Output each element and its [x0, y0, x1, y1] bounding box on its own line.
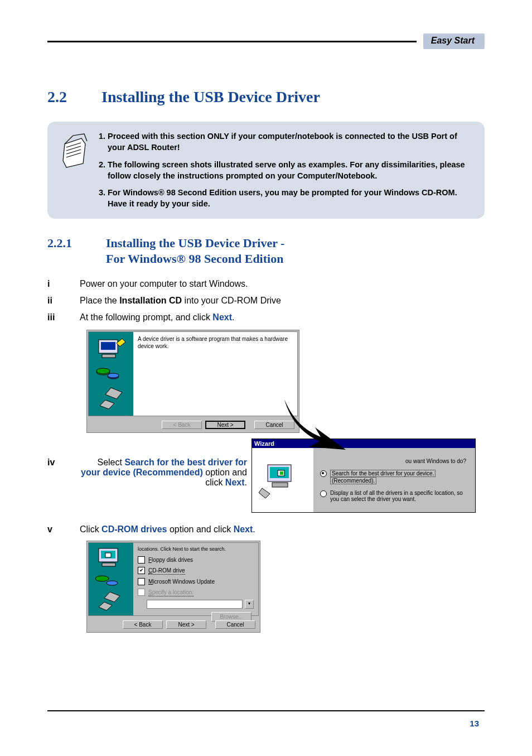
- subsection-title: 2.2.1 Installing the USB Device Driver -…: [47, 235, 485, 267]
- text: into your CD-ROM Drive: [182, 296, 281, 305]
- option-label: Search for the best driver for your devi…: [330, 470, 436, 477]
- wizard2-option-list[interactable]: Display a list of all the drivers in a s…: [320, 490, 468, 502]
- svg-rect-2: [101, 342, 115, 350]
- wizard2-option-recommended[interactable]: Search for the best driver for your devi…: [320, 470, 468, 484]
- callout-notes: Proceed with this section ONLY if your c…: [47, 122, 485, 219]
- svg-point-18: [107, 581, 118, 585]
- subsection-number: 2.2.1: [47, 235, 106, 267]
- cancel-button[interactable]: Cancel: [215, 620, 255, 629]
- bold-text: Installation CD: [119, 296, 182, 305]
- step-i: i Power on your computer to start Window…: [47, 277, 485, 291]
- highlight: Next: [212, 312, 232, 322]
- notes-icon: [53, 131, 93, 210]
- option-label: Display a list of all the drivers in a s…: [330, 490, 468, 502]
- checkbox-specify[interactable]: Specify a location:: [138, 589, 254, 596]
- header-chip: Easy Start: [423, 33, 485, 49]
- svg-rect-3: [102, 354, 115, 358]
- step-body: Power on your computer to start Windows.: [80, 277, 485, 291]
- step-body: Place the Installation CD into your CD-R…: [80, 294, 485, 307]
- checkbox-icon: [138, 589, 145, 596]
- checkbox-floppy[interactable]: Floppy disk drives: [138, 556, 254, 564]
- header-rule: Easy Start: [47, 33, 485, 49]
- option-label: (Recommended).: [330, 477, 376, 484]
- svg-point-17: [95, 576, 109, 581]
- wizard3-main: locations. Click Next to start the searc…: [133, 543, 258, 615]
- steps-list: i Power on your computer to start Window…: [47, 277, 485, 324]
- svg-point-7: [108, 373, 119, 378]
- svg-rect-11: [272, 483, 288, 487]
- text: Select: [97, 458, 124, 467]
- radio-icon: [320, 470, 327, 477]
- checkbox-icon: ✔: [138, 567, 145, 574]
- wizard-screenshot-area: A device driver is a software program th…: [86, 330, 485, 433]
- step-marker: i: [47, 277, 80, 291]
- step-marker: iii: [47, 311, 80, 324]
- text: .: [253, 524, 255, 534]
- next-button[interactable]: Next >: [166, 620, 206, 629]
- text: .: [232, 312, 234, 322]
- subsection-title-line1: Installing the USB Device Driver -: [106, 236, 284, 250]
- section-title: 2.2 Installing the USB Device Driver: [47, 88, 485, 106]
- text: Click: [80, 524, 101, 534]
- section-title-text: Installing the USB Device Driver: [101, 88, 320, 105]
- dropdown-icon[interactable]: ▾: [245, 600, 254, 609]
- arrow-icon: [282, 397, 349, 452]
- subsection-title-line2: For Windows® 98 Second Edition: [106, 252, 283, 266]
- text: option and click: [167, 524, 233, 534]
- checkbox-cdrom[interactable]: ✔ CD-ROM drive: [138, 567, 254, 575]
- svg-point-5: [96, 368, 110, 374]
- callout-item: For Windows® 98 Second Edition users, yo…: [108, 187, 473, 210]
- text: .: [245, 478, 247, 487]
- wizard2-prompt: ou want Windows to do?: [320, 458, 468, 464]
- callout-item: The following screen shots illustrated s…: [108, 159, 473, 182]
- checkbox-msupdate[interactable]: Microsoft Windows Update: [138, 578, 254, 585]
- callout-item: Proceed with this section ONLY if your c…: [108, 131, 473, 153]
- step-ii: ii Place the Installation CD into your C…: [47, 294, 485, 307]
- wizard3-top-text: locations. Click Next to start the searc…: [138, 546, 254, 553]
- step-body: Click CD-ROM drives option and click Nex…: [80, 523, 485, 536]
- text: Place the: [80, 296, 119, 305]
- wizard2-side-art: [252, 448, 313, 512]
- svg-rect-16: [102, 563, 115, 566]
- wizard1: A device driver is a software program th…: [86, 330, 299, 433]
- rule-line: [47, 41, 417, 42]
- checkbox-icon: [138, 578, 145, 585]
- callout-list: Proceed with this section ONLY if your c…: [93, 131, 473, 210]
- steps-list-2: v Click CD-ROM drives option and click N…: [47, 523, 485, 536]
- back-button[interactable]: < Back: [162, 421, 202, 429]
- highlight: Next: [234, 524, 253, 534]
- wizard1-text: A device driver is a software program th…: [133, 332, 297, 416]
- page-number: 13: [470, 719, 479, 728]
- step-marker: v: [47, 523, 80, 536]
- highlight: Next: [225, 478, 245, 487]
- step-iii: iii At the following prompt, and click N…: [47, 311, 485, 324]
- svg-rect-15: [105, 553, 111, 557]
- wizard2-main: ou want Windows to do? Search for the be…: [313, 448, 475, 512]
- location-input[interactable]: [147, 600, 243, 609]
- step-iv-body: Select Search for the best driver for yo…: [80, 439, 247, 488]
- step-marker: iv: [47, 439, 80, 468]
- step-marker: ii: [47, 294, 80, 307]
- wizard1-buttons: < Back Next > Cancel: [87, 417, 299, 432]
- highlight: CD-ROM drives: [101, 524, 167, 534]
- step-v: v Click CD-ROM drives option and click N…: [47, 523, 485, 536]
- step-body: At the following prompt, and click Next.: [80, 311, 485, 324]
- radio-icon: [320, 490, 327, 497]
- back-button[interactable]: < Back: [123, 620, 163, 629]
- section-number: 2.2: [47, 88, 98, 106]
- wizard-side-art: [89, 332, 133, 416]
- wizard-side-art: [89, 543, 133, 615]
- step-iv-row: iv Select Search for the best driver for…: [47, 439, 485, 513]
- wizard3: locations. Click Next to start the searc…: [86, 541, 260, 633]
- text: At the following prompt, and click: [80, 312, 212, 322]
- next-button[interactable]: Next >: [205, 421, 245, 429]
- footer-rule: [47, 710, 485, 711]
- location-input-row: ▾: [147, 600, 254, 609]
- checkbox-icon: [138, 556, 145, 564]
